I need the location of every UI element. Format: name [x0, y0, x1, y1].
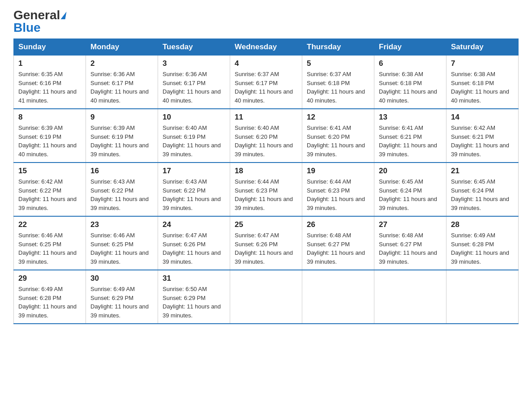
calendar-cell: 7Sunrise: 6:38 AMSunset: 6:18 PMDaylight… [446, 56, 519, 109]
day-number: 13 [379, 113, 442, 122]
calendar-cell: 27Sunrise: 6:48 AMSunset: 6:27 PMDayligh… [374, 216, 446, 270]
day-number: 25 [235, 220, 297, 229]
day-info: Sunrise: 6:40 AMSunset: 6:19 PMDaylight:… [163, 124, 225, 158]
day-number: 19 [307, 167, 369, 176]
calendar-cell [302, 270, 374, 324]
day-info: Sunrise: 6:43 AMSunset: 6:22 PMDaylight:… [163, 177, 225, 212]
day-info: Sunrise: 6:49 AMSunset: 6:28 PMDaylight:… [451, 231, 514, 266]
day-number: 6 [379, 59, 442, 68]
day-number: 23 [90, 220, 153, 229]
day-info: Sunrise: 6:46 AMSunset: 6:25 PMDaylight:… [18, 231, 81, 266]
calendar-cell [230, 270, 302, 324]
day-info: Sunrise: 6:44 AMSunset: 6:23 PMDaylight:… [307, 177, 369, 212]
page-header: General Blue [13, 9, 519, 34]
calendar-cell: 16Sunrise: 6:43 AMSunset: 6:22 PMDayligh… [86, 163, 158, 216]
day-info: Sunrise: 6:35 AMSunset: 6:16 PMDaylight:… [18, 70, 81, 105]
calendar-cell: 8Sunrise: 6:39 AMSunset: 6:19 PMDaylight… [14, 109, 86, 163]
day-number: 9 [90, 113, 153, 122]
calendar-cell: 18Sunrise: 6:44 AMSunset: 6:23 PMDayligh… [230, 163, 302, 216]
calendar-cell: 4Sunrise: 6:37 AMSunset: 6:17 PMDaylight… [230, 56, 302, 109]
calendar-cell: 6Sunrise: 6:38 AMSunset: 6:18 PMDaylight… [374, 56, 446, 109]
day-number: 29 [18, 274, 81, 283]
day-info: Sunrise: 6:39 AMSunset: 6:19 PMDaylight:… [90, 124, 153, 158]
day-info: Sunrise: 6:47 AMSunset: 6:26 PMDaylight:… [235, 231, 297, 266]
day-number: 14 [451, 113, 514, 122]
calendar-cell: 19Sunrise: 6:44 AMSunset: 6:23 PMDayligh… [302, 163, 374, 216]
day-info: Sunrise: 6:44 AMSunset: 6:23 PMDaylight:… [235, 177, 297, 212]
day-number: 22 [18, 220, 81, 229]
day-info: Sunrise: 6:45 AMSunset: 6:24 PMDaylight:… [379, 177, 442, 212]
day-number: 1 [18, 59, 81, 68]
day-info: Sunrise: 6:42 AMSunset: 6:21 PMDaylight:… [451, 124, 514, 158]
weekday-header-thursday: Thursday [302, 39, 374, 56]
day-number: 16 [90, 167, 153, 176]
calendar-body: 1Sunrise: 6:35 AMSunset: 6:16 PMDaylight… [14, 56, 519, 324]
weekday-header-wednesday: Wednesday [230, 39, 302, 56]
calendar-header: SundayMondayTuesdayWednesdayThursdayFrid… [14, 39, 519, 56]
calendar-cell: 17Sunrise: 6:43 AMSunset: 6:22 PMDayligh… [158, 163, 230, 216]
calendar-cell: 9Sunrise: 6:39 AMSunset: 6:19 PMDaylight… [86, 109, 158, 163]
day-number: 24 [163, 220, 225, 229]
day-number: 30 [90, 274, 153, 283]
calendar-table: SundayMondayTuesdayWednesdayThursdayFrid… [13, 39, 519, 324]
day-info: Sunrise: 6:50 AMSunset: 6:29 PMDaylight:… [163, 285, 225, 320]
weekday-header-row: SundayMondayTuesdayWednesdayThursdayFrid… [14, 39, 519, 56]
calendar-cell: 3Sunrise: 6:36 AMSunset: 6:17 PMDaylight… [158, 56, 230, 109]
day-number: 2 [90, 59, 153, 68]
day-number: 31 [163, 274, 225, 283]
weekday-header-sunday: Sunday [14, 39, 86, 56]
calendar-cell: 20Sunrise: 6:45 AMSunset: 6:24 PMDayligh… [374, 163, 446, 216]
calendar-cell: 23Sunrise: 6:46 AMSunset: 6:25 PMDayligh… [86, 216, 158, 270]
day-info: Sunrise: 6:45 AMSunset: 6:24 PMDaylight:… [451, 177, 514, 212]
calendar-cell: 2Sunrise: 6:36 AMSunset: 6:17 PMDaylight… [86, 56, 158, 109]
weekday-header-tuesday: Tuesday [158, 39, 230, 56]
day-number: 26 [307, 220, 369, 229]
calendar-cell: 26Sunrise: 6:48 AMSunset: 6:27 PMDayligh… [302, 216, 374, 270]
day-number: 4 [235, 59, 297, 68]
calendar-cell: 15Sunrise: 6:42 AMSunset: 6:22 PMDayligh… [14, 163, 86, 216]
calendar-week-row: 29Sunrise: 6:49 AMSunset: 6:28 PMDayligh… [14, 270, 519, 324]
calendar-cell: 1Sunrise: 6:35 AMSunset: 6:16 PMDaylight… [14, 56, 86, 109]
day-number: 20 [379, 167, 442, 176]
day-info: Sunrise: 6:46 AMSunset: 6:25 PMDaylight:… [90, 231, 153, 266]
day-info: Sunrise: 6:42 AMSunset: 6:22 PMDaylight:… [18, 177, 81, 212]
calendar-cell: 24Sunrise: 6:47 AMSunset: 6:26 PMDayligh… [158, 216, 230, 270]
day-number: 28 [451, 220, 514, 229]
calendar-cell [446, 270, 519, 324]
weekday-header-friday: Friday [374, 39, 446, 56]
logo-blue-text: Blue [13, 21, 41, 34]
day-number: 11 [235, 113, 297, 122]
day-info: Sunrise: 6:47 AMSunset: 6:26 PMDaylight:… [163, 231, 225, 266]
day-info: Sunrise: 6:43 AMSunset: 6:22 PMDaylight:… [90, 177, 153, 212]
calendar-cell: 12Sunrise: 6:41 AMSunset: 6:20 PMDayligh… [302, 109, 374, 163]
day-info: Sunrise: 6:36 AMSunset: 6:17 PMDaylight:… [163, 70, 225, 105]
calendar-cell: 5Sunrise: 6:37 AMSunset: 6:18 PMDaylight… [302, 56, 374, 109]
day-info: Sunrise: 6:49 AMSunset: 6:28 PMDaylight:… [18, 285, 81, 320]
day-number: 17 [163, 167, 225, 176]
day-number: 15 [18, 167, 81, 176]
calendar-cell: 29Sunrise: 6:49 AMSunset: 6:28 PMDayligh… [14, 270, 86, 324]
day-info: Sunrise: 6:38 AMSunset: 6:18 PMDaylight:… [451, 70, 514, 105]
day-info: Sunrise: 6:40 AMSunset: 6:20 PMDaylight:… [235, 124, 297, 158]
calendar-cell: 10Sunrise: 6:40 AMSunset: 6:19 PMDayligh… [158, 109, 230, 163]
day-number: 5 [307, 59, 369, 68]
day-info: Sunrise: 6:36 AMSunset: 6:17 PMDaylight:… [90, 70, 153, 105]
day-info: Sunrise: 6:39 AMSunset: 6:19 PMDaylight:… [18, 124, 81, 158]
weekday-header-monday: Monday [86, 39, 158, 56]
day-info: Sunrise: 6:41 AMSunset: 6:21 PMDaylight:… [379, 124, 442, 158]
day-info: Sunrise: 6:38 AMSunset: 6:18 PMDaylight:… [379, 70, 442, 105]
day-info: Sunrise: 6:48 AMSunset: 6:27 PMDaylight:… [307, 231, 369, 266]
day-info: Sunrise: 6:49 AMSunset: 6:29 PMDaylight:… [90, 285, 153, 320]
calendar-cell: 28Sunrise: 6:49 AMSunset: 6:28 PMDayligh… [446, 216, 519, 270]
day-number: 7 [451, 59, 514, 68]
calendar-cell: 31Sunrise: 6:50 AMSunset: 6:29 PMDayligh… [158, 270, 230, 324]
calendar-cell: 13Sunrise: 6:41 AMSunset: 6:21 PMDayligh… [374, 109, 446, 163]
weekday-header-saturday: Saturday [446, 39, 519, 56]
day-number: 27 [379, 220, 442, 229]
day-number: 21 [451, 167, 514, 176]
day-number: 10 [163, 113, 225, 122]
calendar-week-row: 22Sunrise: 6:46 AMSunset: 6:25 PMDayligh… [14, 216, 519, 270]
logo-general-text: General [13, 9, 66, 21]
calendar-cell: 30Sunrise: 6:49 AMSunset: 6:29 PMDayligh… [86, 270, 158, 324]
day-info: Sunrise: 6:37 AMSunset: 6:18 PMDaylight:… [307, 70, 369, 105]
